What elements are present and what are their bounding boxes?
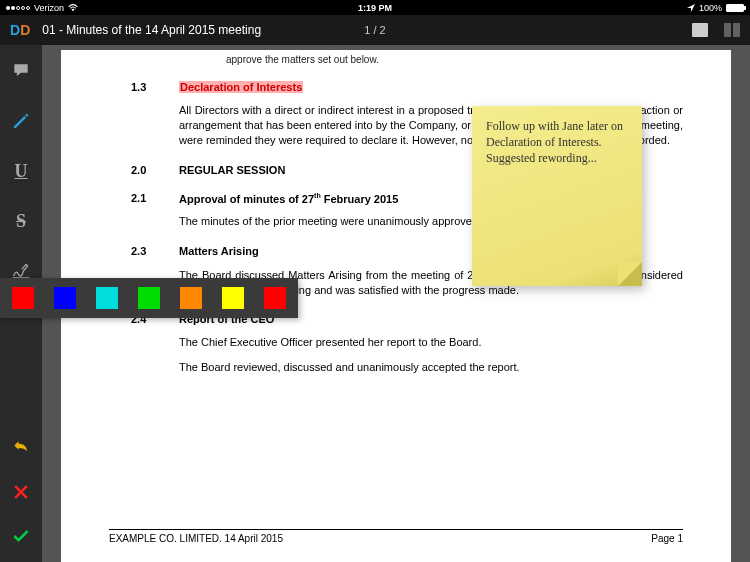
- sticky-note[interactable]: Follow up with Jane later on Declaration…: [472, 106, 642, 286]
- body-text: The Chief Executive Officer presented he…: [179, 335, 683, 350]
- undo-icon: [11, 438, 31, 458]
- sec-title: Approval of minutes of 27th February 201…: [179, 192, 398, 205]
- sticky-text: Follow up with Jane later on Declaration…: [486, 119, 623, 165]
- close-icon: [11, 482, 31, 502]
- section-1-3: 1.3 Declaration of Interests: [131, 81, 683, 93]
- confirm-button[interactable]: [9, 524, 33, 548]
- page-indicator: 1 / 2: [364, 24, 385, 36]
- highlight: Declaration of Interests: [179, 81, 303, 93]
- color-swatch-orange[interactable]: [180, 287, 202, 309]
- comment-tool[interactable]: [9, 59, 33, 83]
- toolbar-actions: [9, 436, 33, 562]
- pencil-icon: [11, 111, 31, 131]
- strikethrough-tool[interactable]: S: [9, 209, 33, 233]
- logo-letter-1: D: [10, 22, 20, 38]
- single-page-view-icon[interactable]: [692, 23, 708, 37]
- color-swatch-blue[interactable]: [54, 287, 76, 309]
- color-swatch-red[interactable]: [12, 287, 34, 309]
- footer-page-num: Page 1: [651, 533, 683, 544]
- sec-num: 1.3: [131, 81, 179, 93]
- status-left: Verizon: [6, 3, 78, 13]
- sec-num: 2.1: [131, 192, 179, 205]
- header-view-controls: [692, 23, 740, 37]
- footer-left: EXAMPLE CO. LIMITED. 14 April 2015: [109, 533, 283, 544]
- color-swatch-red2[interactable]: [264, 287, 286, 309]
- color-swatch-green[interactable]: [138, 287, 160, 309]
- sec-title: Matters Arising: [179, 245, 259, 257]
- battery-icon: [726, 4, 744, 12]
- ios-status-bar: Verizon 1:19 PM 100%: [0, 0, 750, 15]
- double-page-view-icon[interactable]: [724, 23, 740, 37]
- page-footer: EXAMPLE CO. LIMITED. 14 April 2015 Page …: [109, 529, 683, 544]
- underline-tool[interactable]: U: [9, 159, 33, 183]
- body-text: The Board reviewed, discussed and unanim…: [179, 360, 683, 375]
- sec-title: REGULAR SESSION: [179, 164, 285, 176]
- location-icon: [687, 4, 695, 12]
- check-icon: [11, 526, 31, 546]
- color-swatch-cyan[interactable]: [96, 287, 118, 309]
- sec-num: 2.0: [131, 164, 179, 176]
- color-swatch-yellow[interactable]: [222, 287, 244, 309]
- undo-button[interactable]: [9, 436, 33, 460]
- carrier-label: Verizon: [34, 3, 64, 13]
- sec-title: Declaration of Interests: [179, 81, 303, 93]
- app-header: D D 01 - Minutes of the 14 April 2015 me…: [0, 15, 750, 45]
- truncated-line: approve the matters set out below.: [131, 50, 683, 65]
- battery-percent: 100%: [699, 3, 722, 13]
- pen-tool[interactable]: [9, 109, 33, 133]
- logo-letter-2: D: [20, 22, 30, 38]
- status-right: 100%: [687, 3, 744, 13]
- signal-icon: [6, 6, 30, 10]
- status-time: 1:19 PM: [358, 3, 392, 13]
- cancel-button[interactable]: [9, 480, 33, 504]
- sec-num: 2.3: [131, 245, 179, 257]
- wifi-icon: [68, 4, 78, 12]
- color-palette: [0, 278, 298, 318]
- speech-bubble-icon: [11, 61, 31, 81]
- app-logo[interactable]: D D: [10, 22, 30, 38]
